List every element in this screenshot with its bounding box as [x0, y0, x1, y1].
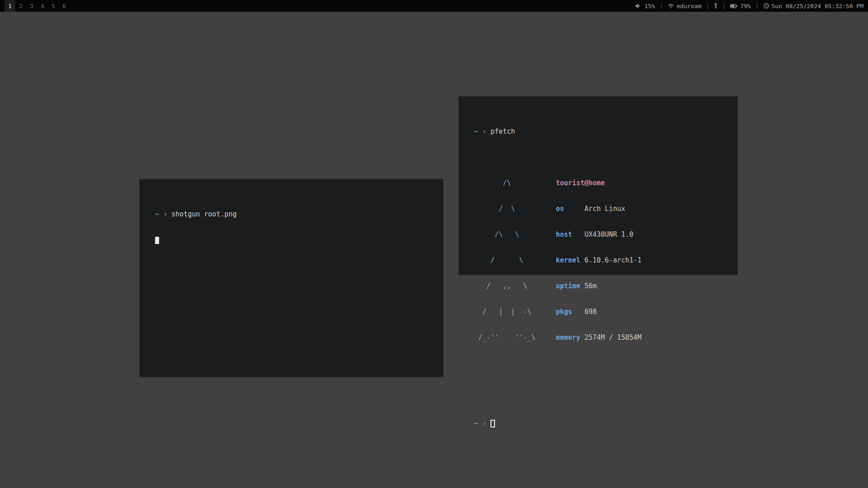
- pfetch-row: / \ kernel 6.10.6-arch1-1: [474, 256, 722, 265]
- workspace-tag-2[interactable]: 2: [15, 0, 26, 12]
- pfetch-value: 6.10.6-arch1-1: [585, 256, 642, 265]
- arch-logo-ascii-line: /\: [474, 179, 539, 188]
- wifi-icon: [668, 4, 674, 9]
- prompt-arrow-icon: ›: [482, 127, 486, 136]
- separator: |: [722, 3, 726, 9]
- prompt-line: ~ › shotgun root.png: [155, 210, 428, 219]
- workspace-list: 1 2 3 4 5 6: [5, 0, 70, 12]
- pfetch-row: / ,, \ uptime 56m: [474, 282, 722, 291]
- pfetch-row: /\ \ host UX430UNR 1.0: [474, 230, 722, 239]
- workspace-tag-1[interactable]: 1: [5, 0, 15, 12]
- terminal-window-right[interactable]: ~ › pfetch /\ tourist@home / \ os Arch L…: [459, 97, 737, 275]
- clock-module: Sun 08/25/2024 05:32:50 PM: [764, 3, 864, 9]
- pfetch-value: 698: [585, 308, 597, 316]
- pfetch-value: Arch Linux: [585, 205, 625, 213]
- pfetch-value: 2574M / 15854M: [585, 333, 642, 342]
- clock-text: Sun 08/25/2024 05:32:50 PM: [772, 3, 864, 9]
- command-text: pfetch: [491, 127, 515, 136]
- key-module: [714, 3, 717, 9]
- prompt-tilde: ~: [155, 210, 159, 219]
- pfetch-row: / | | -\ pkgs 698: [474, 308, 722, 316]
- pfetch-label: uptime: [556, 282, 584, 291]
- volume-module: 15%: [635, 3, 655, 9]
- volume-level: 15%: [644, 3, 655, 9]
- status-modules: 15% | eduroam | | 79%: [635, 3, 863, 9]
- blank-line: [474, 385, 722, 394]
- text-cursor: [491, 420, 495, 427]
- network-module: eduroam: [668, 3, 702, 9]
- key-icon: [714, 3, 717, 9]
- prompt-line: ~ › pfetch: [474, 127, 722, 136]
- pfetch-label: pkgs: [556, 308, 584, 316]
- pfetch-value: 56m: [585, 282, 597, 291]
- separator: |: [706, 3, 710, 9]
- workspace-tag-5[interactable]: 5: [48, 0, 59, 12]
- pfetch-label: os: [556, 205, 584, 213]
- arch-logo-ascii-line: / | | -\: [474, 308, 539, 316]
- battery-icon: [730, 4, 737, 8]
- pfetch-label: memory: [556, 333, 584, 342]
- workspace-tag-6[interactable]: 6: [59, 0, 70, 12]
- separator: |: [660, 3, 663, 9]
- arch-logo-ascii-line: / ,, \: [474, 282, 539, 291]
- pfetch-label: host: [556, 230, 584, 239]
- terminal-window-left[interactable]: ~ › shotgun root.png: [140, 179, 443, 377]
- arch-logo-ascii-line: / \: [474, 205, 539, 213]
- arch-logo-ascii-line: /_-'' ''-_\: [474, 333, 539, 342]
- text-cursor: [155, 237, 159, 244]
- prompt-arrow-icon: ›: [163, 210, 167, 219]
- battery-module: 79%: [730, 3, 750, 9]
- pfetch-output: /\ tourist@home / \ os Arch Linux /\ \ h…: [474, 162, 722, 359]
- pfetch-value: UX430UNR 1.0: [585, 230, 633, 239]
- command-text: shotgun root.png: [171, 210, 237, 219]
- arch-logo-ascii-line: / \: [474, 256, 539, 265]
- prompt-line: ~ ›: [474, 419, 722, 428]
- pfetch-row: /\ tourist@home: [474, 179, 722, 188]
- prompt-tilde: ~: [474, 127, 478, 136]
- prompt-arrow-icon: ›: [482, 419, 486, 428]
- arch-logo-ascii-line: /\ \: [474, 230, 539, 239]
- prompt-tilde: ~: [474, 419, 478, 428]
- workspace-tag-4[interactable]: 4: [37, 0, 48, 12]
- pfetch-label: kernel: [556, 256, 584, 265]
- pfetch-title: tourist@home: [556, 179, 604, 188]
- pfetch-row: /_-'' ''-_\ memory 2574M / 15854M: [474, 333, 722, 342]
- battery-level: 79%: [740, 3, 750, 9]
- status-bar: 1 2 3 4 5 6 15% | eduroam |: [0, 0, 868, 12]
- cursor-line: [155, 236, 428, 244]
- volume-icon: [635, 3, 642, 9]
- desktop: 1 2 3 4 5 6 15% | eduroam |: [0, 0, 868, 488]
- workspace-tag-3[interactable]: 3: [26, 0, 37, 12]
- separator: |: [755, 3, 759, 9]
- clock-icon: [764, 3, 769, 9]
- network-name: eduroam: [677, 3, 702, 9]
- pfetch-row: / \ os Arch Linux: [474, 205, 722, 213]
